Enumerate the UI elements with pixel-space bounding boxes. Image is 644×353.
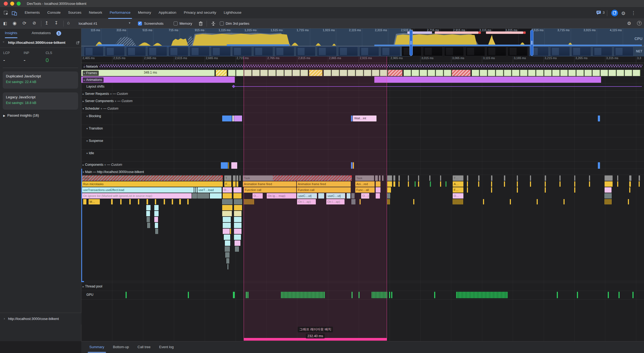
track-label-blocking[interactable]: ▾Blocking bbox=[86, 114, 101, 118]
gpu-activity-bar[interactable] bbox=[352, 292, 353, 298]
flame-bar-Waitint[interactable]: Wait…int bbox=[353, 116, 376, 121]
flame-bar[interactable] bbox=[478, 175, 480, 181]
insight-card-duplicated-js[interactable]: Duplicated JavaScript Est savings: 22.4 … bbox=[3, 71, 78, 89]
frame-segment[interactable] bbox=[380, 70, 387, 76]
gpu-activity-bar[interactable] bbox=[434, 292, 435, 298]
gpu-activity-bar[interactable] bbox=[632, 292, 634, 298]
flame-bar-O[interactable]: O… bbox=[253, 193, 263, 199]
flame-bar-T[interactable]: T… bbox=[453, 175, 463, 181]
flame-bar[interactable] bbox=[387, 175, 392, 181]
flame-bar[interactable] bbox=[491, 181, 492, 187]
flame-bar[interactable] bbox=[393, 181, 395, 187]
track-label-server-requests[interactable]: ▸Server Requests✳— Custom bbox=[83, 92, 128, 96]
flame-bar[interactable] bbox=[510, 199, 511, 204]
gpu-activity-bar[interactable] bbox=[372, 292, 388, 298]
inspect-element-icon[interactable] bbox=[4, 11, 9, 16]
screenshots-checkbox[interactable] bbox=[138, 21, 142, 26]
flame-bar[interactable] bbox=[574, 187, 575, 193]
flame-bar[interactable] bbox=[418, 181, 419, 187]
load-profile-icon[interactable]: ↥ bbox=[45, 20, 48, 26]
flame-bar-Anired[interactable]: Ani…red bbox=[355, 181, 375, 187]
frame-segment[interactable] bbox=[428, 70, 435, 76]
flame-bar[interactable] bbox=[398, 175, 400, 181]
frame-segment[interactable] bbox=[528, 70, 536, 76]
flame-bar[interactable] bbox=[111, 199, 113, 204]
flame-bar[interactable] bbox=[138, 199, 139, 204]
flame-bar[interactable] bbox=[194, 187, 195, 193]
flame-bar[interactable] bbox=[605, 193, 612, 199]
frame-segment[interactable] bbox=[617, 70, 624, 76]
help-icon[interactable]: ? bbox=[637, 21, 642, 26]
flame-bar-O[interactable]: O… bbox=[223, 187, 232, 193]
gpu-activity-bar[interactable] bbox=[557, 292, 558, 298]
flame-bar[interactable] bbox=[467, 181, 468, 187]
gpu-activity-bar[interactable] bbox=[247, 292, 248, 298]
toggle-sidebar-icon[interactable]: ◧ bbox=[3, 21, 7, 26]
details-tab-summary[interactable]: Summary bbox=[85, 341, 109, 353]
filmstrip-thumbnail[interactable] bbox=[296, 46, 316, 56]
insight-url-row[interactable]: › http://localhost:3000/cose-bilkent bbox=[0, 38, 81, 48]
clear-recording-button[interactable]: ⊘ bbox=[32, 20, 36, 26]
flame-bar[interactable] bbox=[233, 193, 241, 199]
gpu-activity-bar[interactable] bbox=[281, 292, 325, 298]
home-icon[interactable]: ⌂ bbox=[67, 20, 70, 25]
flame-bar[interactable] bbox=[440, 181, 441, 187]
filmstrip-thumbnail[interactable] bbox=[444, 46, 464, 56]
frame-segment[interactable] bbox=[568, 70, 576, 76]
flame-bar[interactable] bbox=[351, 162, 353, 169]
filmstrip-thumbnail[interactable] bbox=[190, 46, 210, 56]
more-options-icon[interactable]: ⋮ bbox=[631, 10, 636, 16]
flame-bar[interactable] bbox=[210, 193, 222, 199]
flame-bar[interactable] bbox=[379, 175, 380, 181]
flame-bar[interactable] bbox=[517, 181, 518, 187]
flame-bar[interactable] bbox=[197, 193, 209, 199]
flame-bar[interactable] bbox=[617, 175, 618, 181]
flame-bar[interactable] bbox=[360, 199, 361, 204]
flame-bar-F[interactable]: F… bbox=[453, 187, 463, 193]
flame-bar[interactable] bbox=[376, 187, 380, 193]
save-profile-icon[interactable]: ↧ bbox=[54, 20, 58, 26]
flame-bar[interactable] bbox=[222, 211, 232, 216]
flame-bar-Functioncall[interactable]: Function call bbox=[297, 187, 351, 193]
flame-bar[interactable] bbox=[574, 175, 575, 181]
flame-bar[interactable] bbox=[351, 116, 353, 121]
filmstrip-thumbnail[interactable] bbox=[571, 46, 591, 56]
track-label-scheduler[interactable]: ▾Scheduler✳— Custom bbox=[83, 107, 118, 110]
frame-segment[interactable] bbox=[332, 70, 339, 76]
track-label-layout-shifts[interactable]: Layout shifts bbox=[86, 85, 104, 88]
flame-bar[interactable] bbox=[467, 175, 468, 181]
tab-application[interactable]: Application bbox=[155, 8, 180, 19]
selection-handle-left[interactable] bbox=[409, 30, 413, 56]
animation-bar[interactable] bbox=[374, 77, 601, 83]
flame-bar[interactable] bbox=[382, 175, 383, 181]
frame-segment[interactable] bbox=[81, 70, 215, 76]
frame-segment[interactable] bbox=[292, 70, 300, 76]
flame-bar[interactable] bbox=[234, 211, 241, 216]
flame-bar[interactable] bbox=[445, 181, 447, 187]
selection-handle-right[interactable] bbox=[530, 30, 533, 56]
gpu-activity-bar[interactable] bbox=[456, 292, 508, 298]
sidebar-bottom-url-row[interactable]: › http://localhost:3000/cose-bilkent bbox=[0, 313, 81, 325]
flame-bar-Runmicrotasks[interactable]: Run microtasks bbox=[82, 181, 223, 187]
animation-bar[interactable] bbox=[81, 77, 235, 83]
frame-segment[interactable] bbox=[252, 70, 260, 76]
flame-bar[interactable] bbox=[545, 181, 546, 187]
frame-segment[interactable] bbox=[536, 70, 544, 76]
flame-bar[interactable] bbox=[605, 175, 613, 181]
flame-bar-Animationframefired[interactable]: Animation frame fired bbox=[243, 181, 296, 187]
settings-gear-icon[interactable]: ⚙ bbox=[621, 10, 625, 16]
frame-segment[interactable] bbox=[560, 70, 568, 76]
filmstrip-thumbnail[interactable] bbox=[275, 46, 294, 56]
console-messages-indicator[interactable]: 3 bbox=[596, 10, 602, 16]
close-window-button[interactable] bbox=[4, 2, 8, 6]
flame-bar[interactable] bbox=[347, 193, 350, 199]
flame-bar-useTload[interactable]: useT…load bbox=[197, 187, 222, 193]
flame-bar[interactable] bbox=[545, 187, 546, 193]
track-label-idle[interactable]: ▾Idle bbox=[86, 151, 94, 155]
flame-bar[interactable] bbox=[147, 199, 148, 204]
flame-bar[interactable] bbox=[387, 199, 390, 204]
flame-bar[interactable] bbox=[222, 205, 232, 210]
flame-bar[interactable] bbox=[559, 181, 561, 187]
frame-segment[interactable] bbox=[520, 70, 528, 76]
flame-bar[interactable] bbox=[236, 181, 238, 187]
